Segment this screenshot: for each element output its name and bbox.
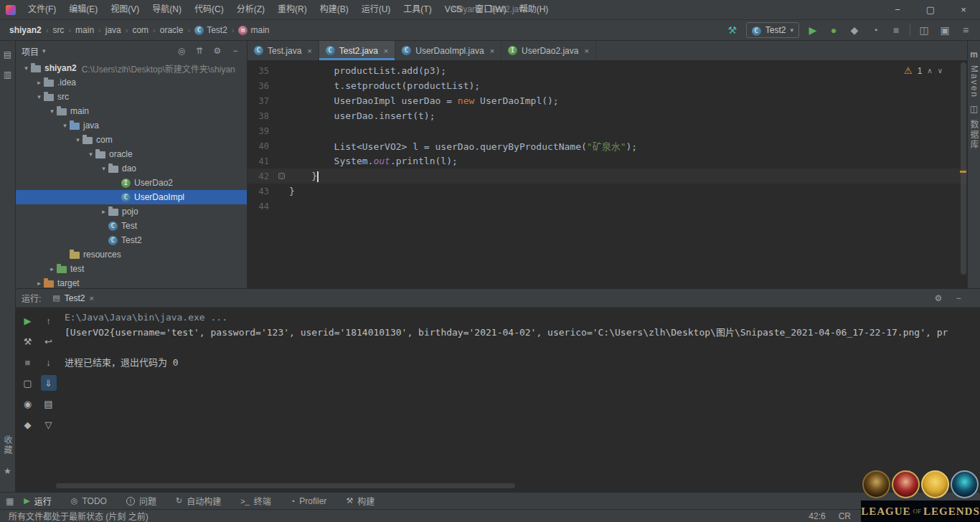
editor-tab-Test2.java[interactable]: CTest2.java× — [319, 41, 395, 60]
code-line-36[interactable]: 36 t.setproduct(productList); — [248, 78, 967, 93]
editor-layout-icon[interactable]: ▣ — [938, 23, 952, 37]
chevron-right-icon[interactable]: ▸ — [34, 280, 44, 287]
console-output[interactable]: E:\Java\Java\bin\java.exe ...[UserVO2{us… — [65, 310, 974, 480]
code-line-39[interactable]: 39 — [248, 123, 967, 138]
toolwindow-todo-button[interactable]: ◎TODO — [71, 496, 107, 506]
database-icon[interactable]: ◫ — [970, 104, 978, 114]
caret-position[interactable]: 42:6 — [809, 511, 825, 521]
settings-gear-icon[interactable]: ⚙ — [933, 293, 944, 303]
stop-icon[interactable]: ■ — [20, 354, 36, 370]
tree-item-pojo[interactable]: ▸pojo — [16, 204, 247, 219]
close-tab-icon[interactable]: × — [307, 47, 311, 55]
code-line-40[interactable]: 40 List<UserVO2> l = userDao.queryByProd… — [248, 138, 967, 153]
breadcrumb-item[interactable]: shiyan2 — [7, 24, 44, 36]
close-tab-icon[interactable]: × — [384, 47, 388, 55]
menu-item[interactable]: 工具(T) — [397, 4, 438, 14]
tree-item-UserDao2[interactable]: IUserDao2 — [16, 176, 247, 190]
breadcrumb-item[interactable]: mmain — [236, 24, 271, 36]
toolwindow-run-button[interactable]: ▶运行 — [24, 495, 51, 507]
menu-item[interactable]: 视图(V) — [104, 4, 146, 14]
editor-tab-UserDaoImpl.java[interactable]: CUserDaoImpl.java× — [395, 41, 501, 60]
settings-gear-icon[interactable]: ⚙ — [212, 46, 223, 56]
close-tab-icon[interactable]: × — [89, 294, 93, 303]
menu-item[interactable]: 分析(Z) — [230, 4, 271, 14]
close-tab-icon[interactable]: × — [490, 47, 494, 55]
tree-item-resources[interactable]: resources — [16, 247, 247, 262]
chevron-right-icon[interactable]: ▸ — [34, 79, 44, 86]
tree-item-com[interactable]: ▾com — [16, 133, 247, 147]
breadcrumb-item[interactable]: src — [50, 24, 66, 36]
minimize-button[interactable]: − — [881, 0, 914, 19]
project-toolwindow-icon[interactable]: ▤ — [4, 49, 11, 60]
editor-scrollbar[interactable] — [961, 62, 966, 275]
console-horizontal-scrollbar[interactable] — [56, 483, 515, 488]
tree-item-java[interactable]: ▾java — [16, 118, 247, 133]
chevron-right-icon[interactable]: ▸ — [99, 208, 108, 215]
tree-item-src[interactable]: ▾src — [16, 90, 247, 104]
code-line-42[interactable]: 42 } — [248, 169, 967, 184]
menu-item[interactable]: VCS — [438, 4, 469, 14]
toolwindow-autobuild-button[interactable]: ↻自动构建 — [176, 495, 221, 507]
run-button[interactable]: ▶ — [806, 23, 820, 37]
breadcrumb-item[interactable]: com — [130, 24, 151, 36]
menu-item[interactable]: 运行(U) — [355, 4, 397, 14]
coverage-icon[interactable]: ◆ — [847, 23, 862, 37]
menu-item[interactable]: 导航(N) — [146, 4, 188, 14]
chevron-down-icon[interactable]: ▾ — [99, 165, 108, 172]
scroll-to-end-icon[interactable]: ⇓ — [41, 375, 57, 391]
breadcrumb-item[interactable]: oracle — [158, 24, 186, 36]
hide-panel-icon[interactable]: − — [953, 293, 964, 303]
tree-item-UserDaoImpl[interactable]: CUserDaoImpl — [16, 190, 247, 204]
tree-item-shiyan2[interactable]: ▾shiyan2C:\Users\zlh\Desktop\新建文件夹\shiya… — [16, 61, 247, 75]
inspection-widget[interactable]: ⚠ 1 ∧ ∨ — [904, 65, 943, 76]
menu-item[interactable]: 重构(R) — [271, 4, 314, 14]
collapse-all-icon[interactable]: ⇈ — [194, 46, 205, 56]
menu-item[interactable]: 编辑(E) — [62, 4, 104, 14]
menu-item[interactable]: 帮助(H) — [513, 4, 555, 14]
toolwindow-build-button[interactable]: ⚒构建 — [346, 495, 374, 507]
run-configuration-combo[interactable]: C Test2 ▾ — [746, 22, 799, 38]
toolwindow-switcher-icon[interactable]: ▦ — [6, 496, 14, 506]
chevron-down-icon[interactable]: ▾ — [47, 108, 57, 115]
close-tab-icon[interactable]: × — [584, 47, 588, 55]
tree-item-Test[interactable]: CTest — [16, 219, 247, 233]
toolwindow-profiler-button[interactable]: ◔Profiler — [291, 496, 327, 506]
line-ending[interactable]: CR — [839, 511, 851, 521]
structure-toolwindow-icon[interactable]: ▥ — [4, 70, 11, 80]
pin-icon[interactable]: ◆ — [20, 417, 36, 432]
breadcrumb-item[interactable]: CTest2 — [192, 24, 230, 36]
code-line-35[interactable]: 35 productList.add(p3); — [248, 63, 967, 78]
tree-item-dao[interactable]: ▾dao — [16, 161, 247, 176]
tree-item-main[interactable]: ▾main — [16, 104, 247, 118]
debug-icon[interactable]: ● — [826, 23, 841, 37]
editor-tab-UserDao2.java[interactable]: IUserDao2.java× — [501, 41, 596, 60]
close-button[interactable]: × — [947, 0, 980, 19]
chevron-down-icon[interactable]: ▾ — [60, 122, 70, 129]
menu-item[interactable]: 代码(C) — [188, 4, 230, 14]
chevron-down-icon[interactable]: ▾ — [73, 136, 83, 143]
prev-issue-icon[interactable]: ∧ — [927, 67, 932, 75]
tree-item-Test2[interactable]: CTest2 — [16, 233, 247, 247]
code-line-38[interactable]: 38 userDao.insert(t); — [248, 108, 967, 123]
restore-layout-icon[interactable]: ▢ — [20, 375, 36, 391]
code-line-44[interactable]: 44 — [248, 199, 967, 214]
wrench-icon[interactable]: ⚒ — [20, 333, 36, 349]
chevron-right-icon[interactable]: ▸ — [47, 265, 57, 272]
scroll-down-icon[interactable]: ↓ — [41, 354, 57, 370]
database-toolwindow-button[interactable]: 数据库 — [968, 120, 980, 150]
favorites-toolwindow-button[interactable]: 收藏 — [1, 435, 14, 455]
maven-toolwindow-button[interactable]: Maven — [969, 65, 979, 98]
build-hammer-icon[interactable]: ⚒ — [725, 23, 740, 37]
breadcrumb-item[interactable]: java — [103, 24, 123, 36]
tree-item-test[interactable]: ▸test — [16, 262, 247, 276]
next-issue-icon[interactable]: ∨ — [938, 67, 943, 75]
tree-item-.idea[interactable]: ▸.idea — [16, 75, 247, 90]
tree-item-oracle[interactable]: ▾oracle — [16, 147, 247, 161]
editor-tab-Test.java[interactable]: CTest.java× — [248, 41, 319, 60]
rerun-icon[interactable]: ▶ — [20, 313, 36, 328]
menu-item[interactable]: 文件(F) — [22, 4, 62, 14]
soft-wrap-icon[interactable]: ↩ — [41, 333, 57, 349]
warning-stripe-mark[interactable] — [960, 171, 966, 173]
details-icon[interactable]: ≡ — [958, 23, 973, 37]
locate-file-icon[interactable]: ◎ — [176, 46, 187, 56]
